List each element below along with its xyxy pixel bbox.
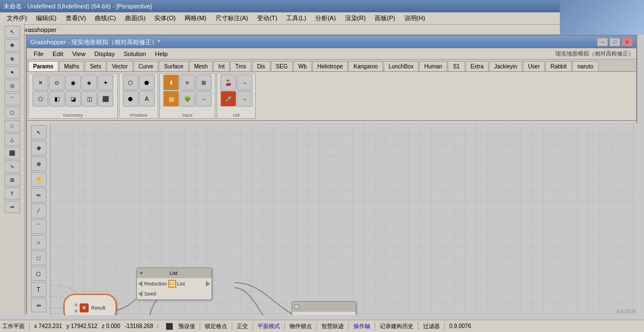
tool-rect[interactable]: □ [31, 251, 47, 265]
toolbar-util-2[interactable]: → [237, 75, 252, 90]
rhino-tool-12[interactable]: ⊞ [4, 174, 20, 186]
rhino-tool-1[interactable]: ↖ [4, 26, 20, 38]
rhino-tool-10[interactable]: ⬛ [4, 147, 20, 159]
toolbar-input-1[interactable]: ⬇ [163, 75, 179, 90]
rhino-tool-5[interactable]: ◎ [4, 80, 20, 92]
rhino-tool-4[interactable]: ✦ [4, 66, 20, 79]
toolbar-icon-3[interactable]: ◉ [65, 75, 81, 90]
statusbar-grid[interactable]: 锁定格点 [205, 322, 227, 330]
toolbar-icon-2[interactable]: ⊙ [49, 75, 65, 90]
tool-draw[interactable]: ✏ [31, 188, 47, 202]
tab-mesh[interactable]: Mesh [189, 61, 213, 71]
toolbar-icon-7[interactable]: ◧ [49, 91, 65, 107]
tab-surface[interactable]: Surface [159, 61, 188, 71]
menu-surface[interactable]: 曲面(S) [121, 13, 150, 24]
menu-analysis[interactable]: 分析(A) [311, 13, 341, 24]
toolbar-icon-5[interactable]: ✦ [98, 75, 113, 90]
tab-lunchbox[interactable]: LunchBox [384, 61, 418, 71]
tool-line[interactable]: ∕ [31, 204, 47, 218]
gh-menu-view[interactable]: View [68, 49, 90, 58]
gh-maximize-button[interactable]: □ [609, 38, 620, 47]
tool-arc[interactable]: ⌒ [31, 219, 47, 234]
tab-trns[interactable]: Trns [230, 61, 251, 71]
toolbar-input-5[interactable]: 🌳 [180, 91, 195, 107]
toolbar-util-3[interactable]: 🧪 [220, 91, 236, 107]
gh-canvas[interactable]: ▼ List Reduction List [27, 123, 638, 315]
tab-kangaroo[interactable]: Kangaroo [348, 61, 383, 71]
toolbar-input-3[interactable]: ⊞ [196, 75, 211, 90]
toolbar-icon-1[interactable]: ✕ [33, 75, 48, 90]
toolbar-util-1[interactable]: 🍒 [220, 75, 236, 90]
menu-solid[interactable]: 实体(O) [150, 13, 180, 24]
gh-menu-display[interactable]: Display [90, 49, 119, 58]
menu-panel[interactable]: 面板(P) [370, 13, 400, 24]
toolbar-input-2[interactable]: ≡ [180, 75, 195, 90]
menu-render[interactable]: 渲染(R) [341, 13, 370, 24]
gh-close-button[interactable]: ✕ [622, 38, 633, 47]
tool-select[interactable]: ↖ [31, 125, 47, 140]
tab-sets[interactable]: Sets [85, 61, 106, 71]
tool-dim[interactable]: ⇔ [31, 298, 47, 312]
tab-jackieyin[interactable]: Jackieyin [489, 61, 522, 71]
tool-poly[interactable]: ⬡ [31, 266, 47, 281]
toolbar-input-6[interactable]: → [196, 91, 211, 107]
toolbar-util-4[interactable]: → [237, 91, 252, 107]
tab-s1[interactable]: S1 [448, 61, 464, 71]
rhino-tool-13[interactable]: T [4, 187, 20, 200]
menu-curve[interactable]: 曲线(C) [90, 13, 120, 24]
gh-menu-file[interactable]: File [29, 49, 48, 58]
rhino-tool-6[interactable]: ⌒ [4, 93, 20, 105]
tab-curve[interactable]: Curve [134, 61, 159, 71]
statusbar-ortho[interactable]: 正交 [237, 322, 248, 330]
tab-heliotrope[interactable]: Heliotrope [312, 61, 348, 71]
tab-rabbit[interactable]: Rabbit [545, 61, 572, 71]
tab-human[interactable]: Human [419, 61, 447, 71]
tool-text[interactable]: T [31, 282, 47, 297]
toolbar-prim-1[interactable]: ⬡ [123, 75, 139, 90]
result-node[interactable]: A B ✕ Result [63, 294, 117, 315]
toolbar-icon-9[interactable]: ◫ [81, 91, 97, 107]
tab-user[interactable]: User [523, 61, 545, 71]
gh-menu-edit[interactable]: Edit [48, 49, 68, 58]
menu-mesh[interactable]: 网格(M) [180, 13, 211, 24]
gh-minimize-button[interactable]: ─ [597, 38, 608, 47]
toolbar-icon-6[interactable]: ⬡ [33, 91, 48, 107]
toolbar-input-4[interactable]: ▤ [163, 91, 179, 107]
toolbar-prim-3[interactable]: ⬢ [123, 91, 139, 107]
statusbar-snap[interactable]: 物件锁点 [289, 322, 312, 330]
gh-menu-help[interactable]: Help [150, 49, 172, 58]
tab-params[interactable]: Params [28, 61, 58, 71]
tool-pan[interactable]: ✋ [31, 172, 47, 187]
tab-extra[interactable]: Extra [466, 61, 489, 71]
rhino-tool-11[interactable]: ∿ [4, 160, 20, 173]
rhino-tool-2[interactable]: ✥ [4, 39, 20, 52]
toolbar-icon-4[interactable]: ◈ [81, 75, 97, 90]
statusbar-planar[interactable]: 平面模式 [257, 322, 280, 330]
tool-zoom[interactable]: ⊕ [31, 156, 47, 171]
menu-transform[interactable]: 变动(T) [252, 13, 282, 24]
rhino-tool-3[interactable]: ⊕ [4, 53, 20, 65]
toolbar-icon-10[interactable]: ⬛ [98, 91, 113, 107]
tool-move[interactable]: ✥ [31, 141, 47, 155]
tab-vector[interactable]: Vector [107, 61, 132, 71]
menu-edit[interactable]: 编辑(E) [31, 13, 61, 24]
rhino-tool-8[interactable]: □ [4, 120, 20, 132]
tab-wb[interactable]: Wb [293, 61, 312, 71]
tab-int[interactable]: Int [213, 61, 229, 71]
menu-help[interactable]: 说明(H) [400, 13, 430, 24]
toolbar-prim-4[interactable]: A [139, 91, 155, 107]
tab-seg[interactable]: SEG [271, 61, 293, 71]
rhino-tool-14[interactable]: ⇔ [4, 201, 20, 213]
gh-menu-solution[interactable]: Solution [119, 49, 150, 58]
rhino-tool-7[interactable]: ⬡ [4, 107, 20, 119]
statusbar-filter[interactable]: 过滤器 [423, 322, 440, 330]
menu-view[interactable]: 查看(V) [61, 13, 91, 24]
toolbar-prim-2[interactable]: ⬟ [139, 75, 155, 90]
statusbar-smarttrack[interactable]: 智慧轨迹 [321, 322, 344, 330]
menu-tools[interactable]: 工具(L) [282, 13, 310, 24]
tab-dis[interactable]: Dis [252, 61, 270, 71]
list-reduction-node-1[interactable]: ▼ List Reduction List [136, 268, 212, 300]
toolbar-icon-8[interactable]: ◪ [65, 91, 81, 107]
text-tag-node[interactable]: Location ≋ Text ≋ Size ≋ Colour [292, 301, 356, 315]
tab-naruto[interactable]: naruto [572, 61, 598, 71]
